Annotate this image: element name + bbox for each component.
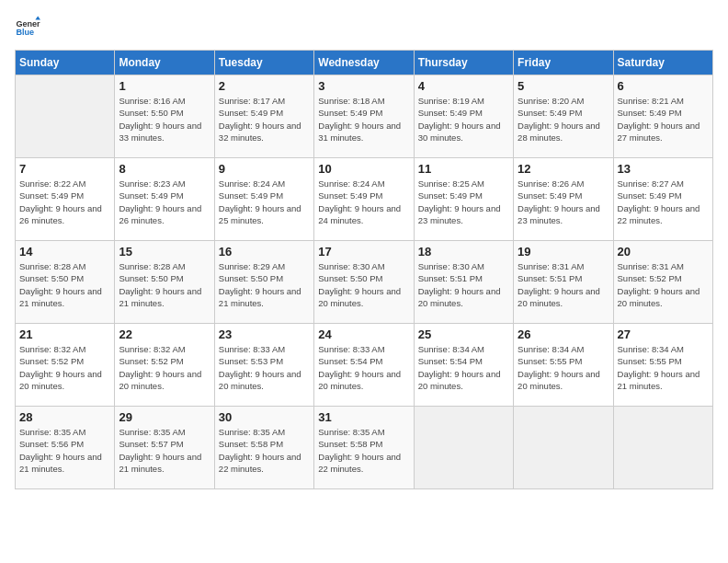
day-info: Sunrise: 8:28 AMSunset: 5:50 PMDaylight:… <box>119 260 210 309</box>
day-number: 14 <box>19 245 110 259</box>
day-cell: 25Sunrise: 8:34 AMSunset: 5:54 PMDayligh… <box>414 324 513 407</box>
day-info: Sunrise: 8:33 AMSunset: 5:54 PMDaylight:… <box>318 343 409 392</box>
day-number: 19 <box>518 245 609 259</box>
day-cell: 28Sunrise: 8:35 AMSunset: 5:56 PMDayligh… <box>16 407 115 489</box>
day-number: 25 <box>418 327 509 341</box>
day-cell: 20Sunrise: 8:31 AMSunset: 5:52 PMDayligh… <box>613 241 712 324</box>
day-number: 1 <box>119 79 210 93</box>
day-cell: 11Sunrise: 8:25 AMSunset: 5:49 PMDayligh… <box>414 158 513 241</box>
day-info: Sunrise: 8:23 AMSunset: 5:49 PMDaylight:… <box>119 178 210 226</box>
day-number: 30 <box>219 410 310 424</box>
day-cell: 22Sunrise: 8:32 AMSunset: 5:52 PMDayligh… <box>115 324 214 407</box>
day-info: Sunrise: 8:24 AMSunset: 5:49 PMDaylight:… <box>318 178 409 226</box>
day-cell: 13Sunrise: 8:27 AMSunset: 5:49 PMDayligh… <box>613 158 712 241</box>
day-cell: 5Sunrise: 8:20 AMSunset: 5:49 PMDaylight… <box>514 75 613 158</box>
week-row-1: 1Sunrise: 8:16 AMSunset: 5:50 PMDaylight… <box>16 75 713 158</box>
day-cell: 3Sunrise: 8:18 AMSunset: 5:49 PMDaylight… <box>314 75 414 158</box>
day-cell: 24Sunrise: 8:33 AMSunset: 5:54 PMDayligh… <box>314 324 414 407</box>
page-header: General Blue <box>15 15 713 40</box>
logo: General Blue <box>15 15 40 40</box>
day-info: Sunrise: 8:22 AMSunset: 5:49 PMDaylight:… <box>19 178 110 226</box>
day-number: 15 <box>119 245 210 259</box>
day-cell: 21Sunrise: 8:32 AMSunset: 5:52 PMDayligh… <box>16 324 115 407</box>
day-info: Sunrise: 8:31 AMSunset: 5:51 PMDaylight:… <box>518 260 609 309</box>
day-cell: 15Sunrise: 8:28 AMSunset: 5:50 PMDayligh… <box>115 241 214 324</box>
day-cell: 19Sunrise: 8:31 AMSunset: 5:51 PMDayligh… <box>514 241 613 324</box>
day-info: Sunrise: 8:26 AMSunset: 5:49 PMDaylight:… <box>518 178 609 226</box>
day-info: Sunrise: 8:34 AMSunset: 5:55 PMDaylight:… <box>518 343 609 392</box>
day-cell: 16Sunrise: 8:29 AMSunset: 5:50 PMDayligh… <box>214 241 313 324</box>
week-row-3: 14Sunrise: 8:28 AMSunset: 5:50 PMDayligh… <box>16 241 713 324</box>
day-number: 31 <box>318 410 409 424</box>
day-info: Sunrise: 8:29 AMSunset: 5:50 PMDaylight:… <box>219 260 310 309</box>
day-info: Sunrise: 8:31 AMSunset: 5:52 PMDaylight:… <box>618 260 709 309</box>
day-number: 11 <box>418 162 509 176</box>
day-number: 29 <box>119 410 210 424</box>
header-row: SundayMondayTuesdayWednesdayThursdayFrid… <box>16 51 713 75</box>
svg-text:Blue: Blue <box>16 28 34 37</box>
day-info: Sunrise: 8:35 AMSunset: 5:56 PMDaylight:… <box>19 426 110 475</box>
day-cell: 31Sunrise: 8:35 AMSunset: 5:58 PMDayligh… <box>314 407 414 489</box>
day-info: Sunrise: 8:20 AMSunset: 5:49 PMDaylight:… <box>518 95 609 144</box>
day-info: Sunrise: 8:30 AMSunset: 5:50 PMDaylight:… <box>318 260 409 309</box>
day-info: Sunrise: 8:25 AMSunset: 5:49 PMDaylight:… <box>418 178 509 226</box>
day-info: Sunrise: 8:35 AMSunset: 5:57 PMDaylight:… <box>119 426 210 475</box>
logo-icon: General Blue <box>15 15 40 40</box>
day-cell: 9Sunrise: 8:24 AMSunset: 5:49 PMDaylight… <box>214 158 313 241</box>
day-cell: 7Sunrise: 8:22 AMSunset: 5:49 PMDaylight… <box>16 158 115 241</box>
day-cell: 26Sunrise: 8:34 AMSunset: 5:55 PMDayligh… <box>514 324 613 407</box>
day-number: 23 <box>219 327 310 341</box>
day-number: 27 <box>618 327 709 341</box>
day-number: 12 <box>518 162 609 176</box>
day-cell: 23Sunrise: 8:33 AMSunset: 5:53 PMDayligh… <box>214 324 313 407</box>
day-cell <box>514 407 613 489</box>
day-number: 4 <box>418 79 509 93</box>
header-sunday: Sunday <box>16 51 115 75</box>
day-info: Sunrise: 8:28 AMSunset: 5:50 PMDaylight:… <box>19 260 110 309</box>
day-cell <box>613 407 712 489</box>
header-friday: Friday <box>514 51 613 75</box>
day-info: Sunrise: 8:24 AMSunset: 5:49 PMDaylight:… <box>219 178 310 226</box>
day-number: 2 <box>219 79 310 93</box>
day-number: 28 <box>19 410 110 424</box>
day-cell <box>16 75 115 158</box>
day-info: Sunrise: 8:32 AMSunset: 5:52 PMDaylight:… <box>19 343 110 392</box>
day-number: 22 <box>119 327 210 341</box>
day-cell: 29Sunrise: 8:35 AMSunset: 5:57 PMDayligh… <box>115 407 214 489</box>
day-number: 5 <box>518 79 609 93</box>
header-wednesday: Wednesday <box>314 51 414 75</box>
day-number: 7 <box>19 162 110 176</box>
day-info: Sunrise: 8:34 AMSunset: 5:54 PMDaylight:… <box>418 343 509 392</box>
day-info: Sunrise: 8:34 AMSunset: 5:55 PMDaylight:… <box>618 343 709 392</box>
day-cell: 2Sunrise: 8:17 AMSunset: 5:49 PMDaylight… <box>214 75 313 158</box>
day-number: 8 <box>119 162 210 176</box>
week-row-2: 7Sunrise: 8:22 AMSunset: 5:49 PMDaylight… <box>16 158 713 241</box>
day-number: 6 <box>618 79 709 93</box>
day-number: 13 <box>618 162 709 176</box>
day-cell: 8Sunrise: 8:23 AMSunset: 5:49 PMDaylight… <box>115 158 214 241</box>
day-number: 18 <box>418 245 509 259</box>
calendar-table: SundayMondayTuesdayWednesdayThursdayFrid… <box>15 50 713 489</box>
day-cell: 4Sunrise: 8:19 AMSunset: 5:49 PMDaylight… <box>414 75 513 158</box>
day-cell <box>414 407 513 489</box>
day-number: 9 <box>219 162 310 176</box>
day-info: Sunrise: 8:19 AMSunset: 5:49 PMDaylight:… <box>418 95 509 144</box>
day-cell: 10Sunrise: 8:24 AMSunset: 5:49 PMDayligh… <box>314 158 414 241</box>
day-info: Sunrise: 8:30 AMSunset: 5:51 PMDaylight:… <box>418 260 509 309</box>
svg-marker-2 <box>35 16 40 19</box>
day-cell: 6Sunrise: 8:21 AMSunset: 5:49 PMDaylight… <box>613 75 712 158</box>
day-number: 24 <box>318 327 409 341</box>
day-info: Sunrise: 8:35 AMSunset: 5:58 PMDaylight:… <box>219 426 310 475</box>
header-monday: Monday <box>115 51 214 75</box>
day-cell: 30Sunrise: 8:35 AMSunset: 5:58 PMDayligh… <box>214 407 313 489</box>
day-info: Sunrise: 8:18 AMSunset: 5:49 PMDaylight:… <box>318 95 409 144</box>
day-number: 21 <box>19 327 110 341</box>
week-row-5: 28Sunrise: 8:35 AMSunset: 5:56 PMDayligh… <box>16 407 713 489</box>
day-info: Sunrise: 8:21 AMSunset: 5:49 PMDaylight:… <box>618 95 709 144</box>
header-saturday: Saturday <box>613 51 712 75</box>
day-cell: 17Sunrise: 8:30 AMSunset: 5:50 PMDayligh… <box>314 241 414 324</box>
day-number: 17 <box>318 245 409 259</box>
day-info: Sunrise: 8:17 AMSunset: 5:49 PMDaylight:… <box>219 95 310 144</box>
day-info: Sunrise: 8:33 AMSunset: 5:53 PMDaylight:… <box>219 343 310 392</box>
day-number: 3 <box>318 79 409 93</box>
